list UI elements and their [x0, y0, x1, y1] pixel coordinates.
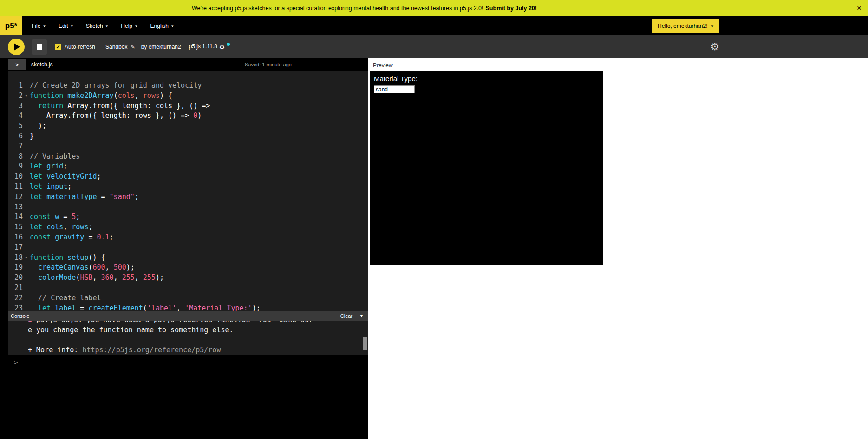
console-clear-button[interactable]: Clear [340, 313, 352, 319]
console-scrollbar-thumb[interactable] [363, 337, 367, 350]
tab-sketch-js[interactable]: sketch.js [31, 61, 53, 68]
console-title: Console [11, 313, 29, 319]
console-collapse-icon[interactable]: ▼ [359, 314, 364, 318]
play-button[interactable] [8, 39, 25, 55]
menu-english[interactable]: English▾ [144, 16, 180, 35]
code-line-2[interactable]: 2▾function make2DArray(cols, rows) { [8, 91, 368, 101]
code-line-18[interactable]: 18▾function setup() { [8, 253, 368, 263]
saved-status: Saved: 1 minute ago [245, 62, 292, 67]
fold-gutter [23, 293, 30, 303]
line-number: 14 [8, 212, 23, 222]
checkbox-checked-icon[interactable]: ✓ [55, 44, 61, 50]
code-line-6[interactable]: 6} [8, 131, 368, 142]
fold-gutter [23, 212, 30, 222]
line-number: 5 [8, 121, 23, 131]
console-line: e you change the function name to someth… [28, 325, 368, 336]
code-line-8[interactable]: 8// Variables [8, 152, 368, 162]
console-scrollbar[interactable] [363, 321, 367, 355]
material-type-input[interactable] [374, 85, 415, 93]
code-line-15[interactable]: 15let cols, rows; [8, 222, 368, 232]
code-line-9[interactable]: 9let grid; [8, 161, 368, 172]
code-text: let label = createElement('label', 'Mate… [30, 303, 261, 311]
code-text: } [30, 131, 34, 142]
fold-gutter [23, 303, 30, 311]
code-line-14[interactable]: 14const w = 5; [8, 212, 368, 222]
fold-gutter [23, 263, 30, 273]
line-number: 19 [8, 263, 23, 273]
code-line-20[interactable]: 20 colorMode(HSB, 360, 255, 255); [8, 273, 368, 283]
fold-gutter [23, 172, 30, 182]
p5-canvas[interactable]: Material Type: [370, 71, 603, 265]
line-number: 18 [8, 253, 23, 263]
console-output[interactable]: ✿ p5.js says: you have used a p5.js rese… [8, 321, 368, 355]
line-number: 16 [8, 232, 23, 243]
code-text: let cols, rows; [30, 222, 92, 232]
code-line-7[interactable]: 7 [8, 142, 368, 152]
edit-pencil-icon[interactable]: ✎ [131, 44, 135, 50]
code-text: createCanvas(600, 500); [30, 263, 135, 273]
line-number: 21 [8, 283, 23, 293]
account-button-label: Hello, emekturhan2! [658, 23, 707, 29]
code-line-3[interactable]: 3 return Array.from({ length: cols }, ()… [8, 101, 368, 111]
line-number: 10 [8, 172, 23, 182]
close-icon[interactable]: × [857, 4, 861, 13]
prompt-icon: > [14, 359, 18, 366]
fold-gutter [23, 232, 30, 243]
code-line-22[interactable]: 22 // Create label [8, 293, 368, 303]
menu-help[interactable]: Help▾ [114, 16, 144, 35]
auto-refresh-label: Auto-refresh [65, 44, 95, 50]
preview-title: Preview [368, 58, 868, 71]
promo-cta-link[interactable]: Submit by July 20! [486, 5, 537, 12]
line-number: 12 [8, 192, 23, 202]
material-type-label: Material Type: [374, 75, 600, 83]
code-line-4[interactable]: 4 Array.from({ length: rows }, () => 0) [8, 111, 368, 121]
menu-edit[interactable]: Edit▾ [52, 16, 79, 35]
chevron-down-icon: ▾ [106, 24, 108, 28]
auto-refresh-toggle[interactable]: ✓ Auto-refresh [55, 44, 95, 50]
menu-sketch[interactable]: Sketch▾ [79, 16, 114, 35]
code-line-5[interactable]: 5 ); [8, 121, 368, 131]
editor-pane: > sketch.js Saved: 1 minute ago 1// Crea… [0, 58, 368, 439]
line-number: 1 [8, 81, 23, 91]
code-line-1[interactable]: 1// Create 2D arrays for grid and veloci… [8, 81, 368, 91]
p5-logo[interactable]: p5* [0, 16, 22, 35]
sketch-owner[interactable]: by emekturhan2 [141, 44, 181, 50]
console-link[interactable]: https://p5js.org/reference/p5/row [82, 346, 221, 354]
sidebar-expand-button[interactable]: > [8, 59, 26, 70]
notification-dot [227, 43, 230, 46]
fold-gutter [23, 161, 30, 172]
code-line-16[interactable]: 16const gravity = 0.1; [8, 232, 368, 243]
line-number: 13 [8, 202, 23, 213]
menu-label: Edit [59, 23, 68, 29]
code-line-11[interactable]: 11let input; [8, 182, 368, 192]
code-text: // Create 2D arrays for grid and velocit… [30, 81, 202, 91]
code-line-19[interactable]: 19 createCanvas(600, 500); [8, 263, 368, 273]
stop-button[interactable] [32, 39, 47, 55]
menu-file[interactable]: File▾ [25, 16, 52, 35]
settings-gear-icon[interactable]: ⚙ [710, 41, 719, 53]
menu-label: File [32, 23, 40, 29]
fold-arrow-icon[interactable]: ▾ [23, 91, 30, 101]
fold-gutter [23, 243, 30, 253]
code-line-21[interactable]: 21 [8, 283, 368, 293]
console-line [28, 336, 368, 346]
code-line-23[interactable]: 23 let label = createElement('label', 'M… [8, 303, 368, 311]
code-text: function make2DArray(cols, rows) { [30, 91, 172, 101]
fold-gutter [23, 142, 30, 152]
code-line-17[interactable]: 17 [8, 243, 368, 253]
code-line-12[interactable]: 12let materialType = "sand"; [8, 192, 368, 202]
code-text: let grid; [30, 161, 67, 172]
account-button[interactable]: Hello, emekturhan2! ▾ [652, 19, 719, 33]
version-gear-icon[interactable]: ⚙ [219, 43, 225, 51]
console-message-text: e you change the function name to someth… [28, 326, 234, 334]
code-line-13[interactable]: 13 [8, 202, 368, 213]
chevron-down-icon: ▾ [43, 24, 46, 28]
fold-arrow-icon[interactable]: ▾ [23, 253, 30, 263]
line-number: 22 [8, 293, 23, 303]
code-editor[interactable]: 1// Create 2D arrays for grid and veloci… [8, 71, 368, 311]
console-prompt[interactable]: > [8, 355, 368, 439]
code-text: let velocityGrid; [30, 172, 101, 182]
sketch-name-label: Sandbox [105, 44, 127, 50]
code-line-10[interactable]: 10let velocityGrid; [8, 172, 368, 182]
fold-gutter [23, 283, 30, 293]
